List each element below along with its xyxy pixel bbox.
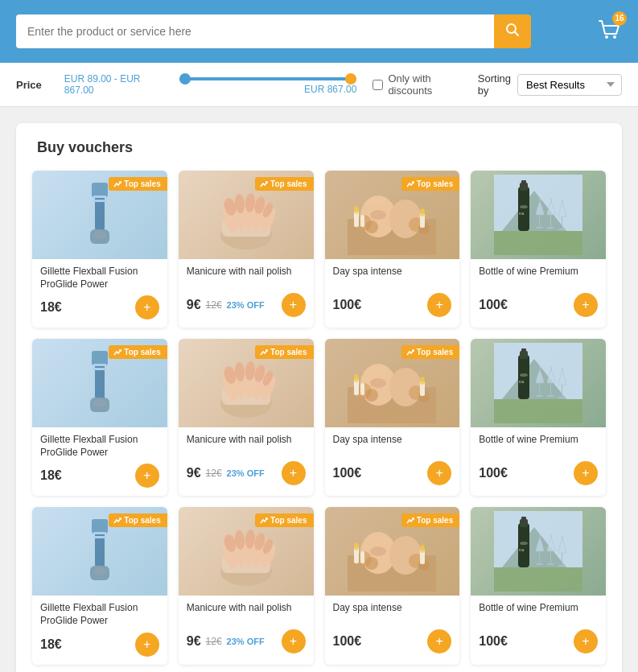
trend-icon <box>406 348 414 357</box>
product-info: Gillette Flexball Fusion ProGlide Power … <box>32 596 167 664</box>
slider-thumb-left[interactable] <box>179 73 191 85</box>
search-input[interactable] <box>16 14 494 48</box>
add-to-cart-button[interactable]: + <box>427 293 451 317</box>
header: 16 <box>0 0 638 63</box>
product-price: 18€ <box>40 468 62 483</box>
discount-badge: 23% OFF <box>227 468 265 478</box>
svg-rect-130 <box>521 517 526 522</box>
product-info: Manicure with nail polish 9€ 12€ 23% OFF… <box>179 259 314 325</box>
svg-rect-133 <box>539 551 540 563</box>
trend-icon <box>260 517 268 525</box>
price-discount-row: 9€ 12€ 23% OFF <box>187 466 265 480</box>
svg-text:RIA: RIA <box>519 548 525 552</box>
discount-label[interactable]: Only with discounts <box>388 72 461 97</box>
trend-icon <box>113 180 121 188</box>
product-price: 9€ <box>187 634 201 649</box>
add-to-cart-button[interactable]: + <box>574 461 598 485</box>
top-sales-badge: Top sales <box>109 345 167 359</box>
product-info: Bottle of wine Premium 100€ + <box>471 427 606 493</box>
svg-point-2 <box>605 35 608 39</box>
top-sales-badge: Top sales <box>401 513 459 527</box>
svg-rect-36 <box>494 231 582 255</box>
price-slider[interactable]: EUR 867.00 <box>179 74 356 95</box>
svg-point-116 <box>365 557 378 570</box>
product-card: RIA Bottle of wine Premium 100€ + <box>471 171 606 328</box>
product-price-row: 100€ + <box>479 293 598 317</box>
product-price-row: 18€ + <box>40 464 159 488</box>
add-to-cart-button[interactable]: + <box>427 629 451 653</box>
add-to-cart-button[interactable]: + <box>135 464 159 488</box>
svg-rect-90 <box>550 383 551 395</box>
product-image-container: Top sales <box>179 339 314 427</box>
product-info: Bottle of wine Premium 100€ + <box>471 259 606 325</box>
svg-point-99 <box>93 567 106 575</box>
add-to-cart-button[interactable]: + <box>282 293 306 317</box>
product-name: Manicure with nail polish <box>187 266 306 288</box>
filter-bar: Price EUR 89.00 - EUR 867.00 EUR 867.00 … <box>0 63 638 107</box>
svg-rect-53 <box>93 368 106 370</box>
slider-fill <box>179 77 356 80</box>
product-info: Day spa intense 100€ + <box>325 596 460 662</box>
svg-rect-95 <box>92 519 108 534</box>
svg-line-1 <box>515 32 519 36</box>
product-price-old: 12€ <box>206 636 222 647</box>
trend-icon <box>113 348 121 357</box>
product-info: Bottle of wine Premium 100€ + <box>471 596 606 662</box>
add-to-cart-button[interactable]: + <box>282 461 306 485</box>
svg-point-74 <box>370 378 386 388</box>
product-price: 100€ <box>333 634 362 649</box>
svg-rect-44 <box>536 227 543 229</box>
product-price-row: 9€ 12€ 23% OFF + <box>187 629 306 653</box>
top-sales-badge: Top sales <box>109 513 167 527</box>
search-button[interactable] <box>494 14 531 48</box>
trend-icon <box>113 517 121 525</box>
product-price: 100€ <box>333 466 362 480</box>
add-to-cart-button[interactable]: + <box>282 629 306 653</box>
slider-value: EUR 867.00 <box>179 84 356 95</box>
product-price-row: 9€ 12€ 23% OFF + <box>187 461 306 485</box>
add-to-cart-button[interactable]: + <box>135 633 159 657</box>
sort-select[interactable]: Best Results <box>517 74 622 96</box>
svg-point-131 <box>520 542 528 545</box>
cart-area[interactable]: 16 <box>596 16 622 47</box>
svg-point-26 <box>365 221 378 233</box>
product-name: Bottle of wine Premium <box>479 434 598 456</box>
top-sales-badge: Top sales <box>255 177 313 191</box>
product-info: Gillette Flexball Fusion ProGlide Power … <box>32 259 167 328</box>
svg-rect-92 <box>562 385 562 397</box>
add-to-cart-button[interactable]: + <box>574 629 598 653</box>
svg-point-3 <box>613 35 616 39</box>
search-bar <box>16 14 531 48</box>
svg-rect-126 <box>494 567 582 592</box>
svg-rect-97 <box>93 532 106 534</box>
product-price-old: 12€ <box>206 468 222 479</box>
product-price: 9€ <box>187 298 201 312</box>
product-price: 9€ <box>187 466 201 480</box>
svg-rect-48 <box>558 229 566 230</box>
discount-checkbox[interactable] <box>373 80 383 90</box>
top-sales-badge: Top sales <box>109 177 167 191</box>
product-image-container: RIA <box>471 339 606 427</box>
product-card: Top sales Day spa intense 100€ + <box>325 507 460 664</box>
product-name: Day spa intense <box>333 266 452 288</box>
product-info: Manicure with nail polish 9€ 12€ 23% OFF… <box>179 596 314 662</box>
slider-thumb-right[interactable] <box>345 73 356 85</box>
add-to-cart-button[interactable]: + <box>427 461 451 485</box>
product-name: Bottle of wine Premium <box>479 602 598 625</box>
product-name: Day spa intense <box>333 434 452 456</box>
slider-track <box>179 77 356 80</box>
product-price-old: 12€ <box>206 299 222 311</box>
product-price-row: 100€ + <box>333 629 452 653</box>
product-price-row: 100€ + <box>333 461 452 485</box>
product-info: Manicure with nail polish 9€ 12€ 23% OFF… <box>179 427 314 493</box>
svg-rect-5 <box>92 183 108 197</box>
svg-point-71 <box>365 389 378 402</box>
svg-rect-138 <box>558 565 566 567</box>
product-image-container: Top sales <box>32 171 167 259</box>
svg-rect-47 <box>562 216 562 229</box>
add-to-cart-button[interactable]: + <box>135 295 159 320</box>
svg-rect-93 <box>558 397 566 398</box>
svg-rect-52 <box>93 364 106 366</box>
add-to-cart-button[interactable]: + <box>574 293 598 317</box>
product-image-container: Top sales <box>325 507 460 596</box>
